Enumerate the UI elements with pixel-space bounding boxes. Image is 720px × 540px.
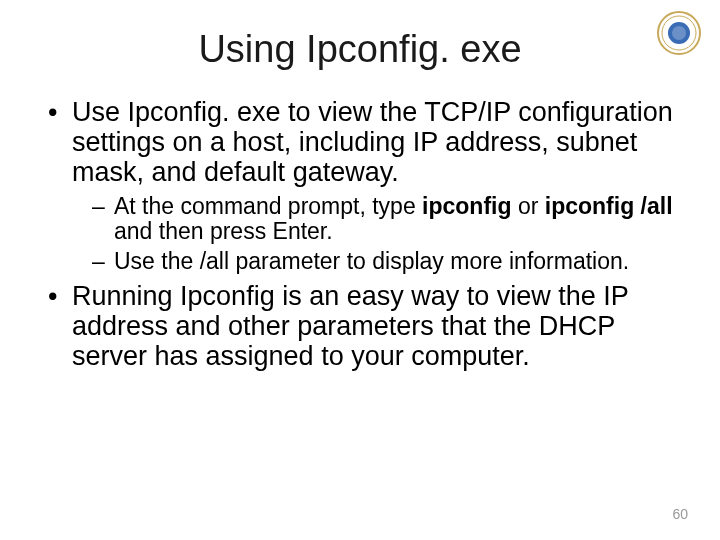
sub-bullet-text: Use the /all parameter to display more i… [114,248,629,274]
sub-bullet-item: Use the /all parameter to display more i… [92,249,680,275]
bullet-text: Use Ipconfig. exe to view the TCP/IP con… [72,97,673,187]
sub-bullet-bold: ipconfig /all [545,193,673,219]
institution-seal-icon [656,10,702,56]
bullet-text: Running Ipconfig is an easy way to view … [72,281,628,371]
sub-bullet-text-part: At the command prompt, type [114,193,422,219]
bullet-list: Use Ipconfig. exe to view the TCP/IP con… [46,97,680,372]
sub-bullet-bold: ipconfig [422,193,511,219]
sub-bullet-item: At the command prompt, type ipconfig or … [92,194,680,246]
slide: Using Ipconfig. exe Use Ipconfig. exe to… [0,0,720,540]
page-number: 60 [672,506,688,522]
svg-point-3 [672,26,686,40]
sub-bullet-text-part: or [512,193,545,219]
slide-title: Using Ipconfig. exe [40,28,680,71]
bullet-item: Use Ipconfig. exe to view the TCP/IP con… [46,97,680,275]
bullet-item: Running Ipconfig is an easy way to view … [46,281,680,372]
sub-bullet-list: At the command prompt, type ipconfig or … [92,194,680,275]
sub-bullet-text-part: and then press Enter. [114,218,333,244]
